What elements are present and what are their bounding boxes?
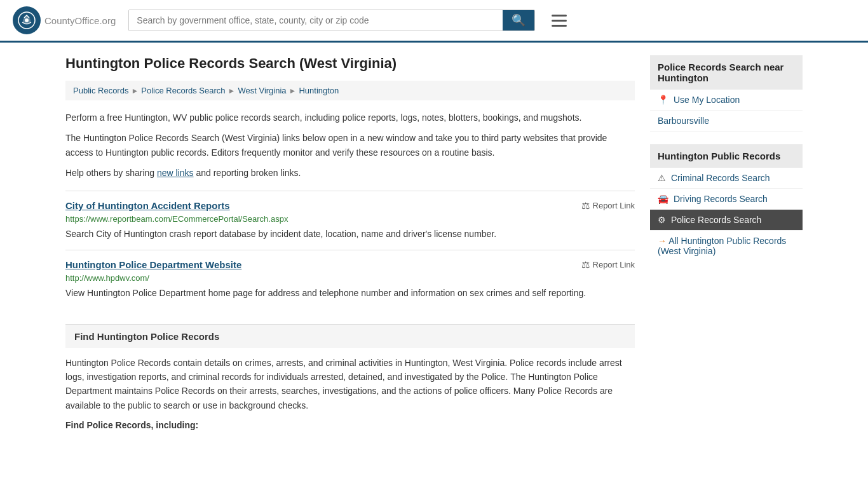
- find-header: Find Huntington Police Records: [65, 325, 635, 348]
- location-icon: 📍: [658, 95, 668, 105]
- listing-title-2[interactable]: Huntington Police Department Website: [65, 259, 241, 270]
- listing-title-1[interactable]: City of Huntington Accident Reports: [65, 200, 230, 211]
- report-link-1[interactable]: ⚖ Report Link: [581, 200, 635, 212]
- help-text: Help others by sharing new links and rep…: [65, 166, 635, 180]
- sidebar-public-records-title: Huntington Public Records: [650, 144, 803, 168]
- find-section: Find Huntington Police Records Huntingto…: [65, 324, 635, 431]
- breadcrumb-sep-1: ►: [131, 86, 139, 95]
- logo-text: CountyOffice.org: [44, 14, 116, 27]
- sidebar-public-records-box: Huntington Public Records ⚠ Criminal Rec…: [650, 144, 803, 261]
- sidebar-item-all-records[interactable]: → All Huntington Public Records (West Vi…: [650, 231, 803, 261]
- driving-records-link[interactable]: Driving Records Search: [674, 194, 768, 204]
- sidebar-item-driving-records[interactable]: 🚘 Driving Records Search: [650, 189, 803, 210]
- find-body: Huntington Police Records contain detail…: [65, 356, 635, 413]
- listing-header-2: Huntington Police Department Website ⚖ R…: [65, 259, 635, 271]
- listing-url-2[interactable]: http://www.hpdwv.com/: [65, 273, 635, 283]
- sidebar: Police Records Search near Huntington 📍 …: [650, 55, 803, 430]
- find-sub-header: Find Police Records, including:: [65, 420, 635, 430]
- logo-icon: [13, 6, 41, 34]
- breadcrumb-west-virginia[interactable]: West Virginia: [238, 86, 286, 95]
- listing-item: City of Huntington Accident Reports ⚖ Re…: [65, 191, 635, 250]
- logo[interactable]: CountyOffice.org: [13, 6, 116, 34]
- breadcrumb-police-records-search[interactable]: Police Records Search: [141, 86, 225, 95]
- driving-icon: 🚘: [658, 194, 668, 204]
- report-icon-1: ⚖: [581, 200, 590, 212]
- menu-button[interactable]: [548, 11, 571, 30]
- svg-point-1: [25, 18, 29, 22]
- breadcrumb-sep-3: ►: [289, 86, 297, 95]
- menu-line-3: [552, 25, 567, 27]
- all-records-link[interactable]: All Huntington Public Records (West Virg…: [658, 236, 786, 256]
- description-2: The Huntington Police Records Search (We…: [65, 131, 635, 159]
- search-button[interactable]: 🔍: [503, 10, 534, 30]
- listing-desc-2: View Huntington Police Department home p…: [65, 287, 635, 300]
- page-container: Huntington Police Records Search (West V…: [53, 43, 815, 443]
- police-records-link[interactable]: Police Records Search: [671, 215, 761, 225]
- search-input[interactable]: [129, 10, 503, 30]
- menu-line-1: [552, 15, 567, 17]
- listing-url-1[interactable]: https://www.reportbeam.com/ECommercePort…: [65, 214, 635, 224]
- sidebar-nearby-box: Police Records Search near Huntington 📍 …: [650, 55, 803, 132]
- listing-item-2: Huntington Police Department Website ⚖ R…: [65, 250, 635, 309]
- criminal-icon: ⚠: [658, 173, 666, 183]
- barboursville-link[interactable]: Barboursville: [658, 116, 709, 126]
- breadcrumb-huntington[interactable]: Huntington: [299, 86, 339, 95]
- sidebar-item-criminal-records[interactable]: ⚠ Criminal Records Search: [650, 168, 803, 189]
- sidebar-nearby-title: Police Records Search near Huntington: [650, 55, 803, 90]
- use-my-location-link[interactable]: Use My Location: [674, 95, 740, 105]
- new-links[interactable]: new links: [157, 168, 194, 178]
- sidebar-item-police-records[interactable]: ⚙ Police Records Search: [650, 210, 803, 231]
- breadcrumb: Public Records ► Police Records Search ►…: [65, 81, 635, 100]
- sidebar-nearby-barboursville[interactable]: Barboursville: [650, 111, 803, 132]
- sidebar-use-my-location[interactable]: 📍 Use My Location: [650, 90, 803, 111]
- report-link-2[interactable]: ⚖ Report Link: [581, 259, 635, 271]
- description-1: Perform a free Huntington, WV public pol…: [65, 111, 635, 125]
- criminal-records-link[interactable]: Criminal Records Search: [671, 173, 770, 183]
- police-icon: ⚙: [658, 215, 666, 225]
- breadcrumb-public-records[interactable]: Public Records: [73, 86, 128, 95]
- main-content: Huntington Police Records Search (West V…: [65, 55, 635, 430]
- arrow-icon: →: [658, 236, 667, 246]
- listing-header-1: City of Huntington Accident Reports ⚖ Re…: [65, 200, 635, 212]
- site-header: CountyOffice.org 🔍: [0, 0, 868, 43]
- report-icon-2: ⚖: [581, 259, 590, 271]
- menu-line-2: [552, 20, 567, 22]
- page-title: Huntington Police Records Search (West V…: [65, 55, 635, 72]
- search-bar: 🔍: [128, 10, 535, 31]
- listing-desc-1: Search City of Huntington crash report d…: [65, 227, 635, 241]
- breadcrumb-sep-2: ►: [228, 86, 236, 95]
